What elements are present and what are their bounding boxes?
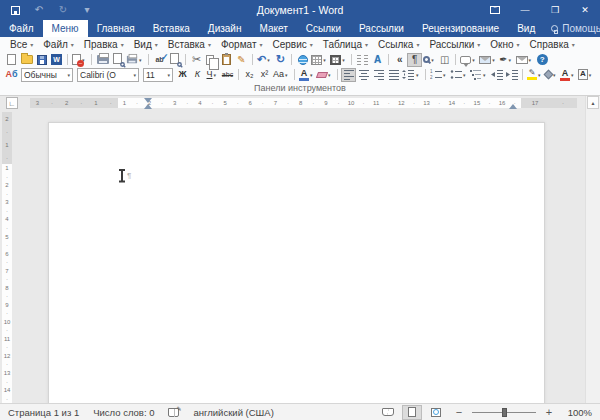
line-spacing-button[interactable]: ▾ (401, 68, 422, 82)
hanging-indent-marker[interactable] (144, 104, 152, 109)
read-mode-button[interactable] (378, 405, 398, 420)
multilevel-list-button[interactable]: ▾ (469, 68, 489, 82)
justify-button[interactable] (386, 68, 401, 82)
format-painter-button[interactable]: ✎ (234, 53, 249, 67)
menu-mailings[interactable]: Рассылки▾ (424, 39, 485, 50)
decrease-indent-button[interactable] (489, 68, 504, 82)
superscript-button[interactable]: x² (257, 68, 272, 82)
spelling-button[interactable]: ab (152, 53, 167, 67)
tab-help[interactable]: Помощь (544, 20, 600, 37)
style-combo[interactable]: Обычны▾ (21, 68, 73, 82)
shading-button[interactable]: ▾ (544, 68, 559, 82)
print-button[interactable] (95, 53, 110, 67)
show-formatting-marks-button[interactable]: ¶ (407, 53, 422, 67)
italic-button[interactable]: К (190, 68, 205, 82)
menu-tools[interactable]: Сервис▾ (268, 39, 318, 50)
menu-insert[interactable]: Вставка▾ (163, 39, 216, 50)
right-indent-marker[interactable] (509, 104, 517, 109)
tab-menu[interactable]: Меню (43, 20, 88, 37)
vertical-scrollbar[interactable]: ▲ (585, 96, 600, 403)
insert-symbol-button[interactable]: « (392, 53, 407, 67)
cut-button[interactable]: ✂ (189, 53, 204, 67)
menu-edit[interactable]: Правка▾ (79, 39, 129, 50)
undo-button[interactable]: ↶▾ (256, 53, 273, 67)
font-size-combo[interactable]: 11▾ (143, 68, 173, 82)
horizontal-ruler[interactable]: 3·2·1· 1·2·3·4·5·6·7·8·9·10·11·12·13·14·… (30, 98, 577, 108)
document-map-button[interactable]: ◫ (437, 53, 452, 67)
word-count[interactable]: Число слов: 0 (93, 407, 154, 418)
tab-layout[interactable]: Макет (250, 20, 296, 37)
numbering-button[interactable]: 12▾ (429, 68, 449, 82)
tab-home[interactable]: Главная (88, 20, 144, 37)
text-highlight-button[interactable]: ✎▾ (526, 68, 544, 82)
strikethrough-button[interactable]: abc (220, 68, 235, 82)
table-borders-button[interactable]: ▾ (329, 53, 348, 67)
minimize-button[interactable]: — (510, 0, 540, 20)
increase-indent-button[interactable] (504, 68, 519, 82)
clear-formatting-button[interactable]: ▾ (316, 68, 334, 82)
menu-table[interactable]: Таблица▾ (318, 39, 373, 50)
underline-button[interactable]: Ч▾ (205, 68, 220, 82)
close-button[interactable]: ✕ (570, 0, 600, 20)
menu-help[interactable]: Справка▾ (525, 39, 580, 50)
tab-review[interactable]: Рецензирование (413, 20, 508, 37)
customize-quick-access-button[interactable]: ▾ (80, 3, 94, 17)
find-button[interactable] (167, 53, 182, 67)
save-button[interactable] (8, 3, 22, 17)
menu-window[interactable]: Окно▾ (485, 39, 524, 50)
tab-stop-selector[interactable]: ∟ (6, 97, 18, 109)
insert-table-button[interactable]: ▾ (310, 53, 329, 67)
bold-button[interactable]: Ж (175, 68, 190, 82)
zoom-level[interactable]: 100% (562, 407, 592, 418)
font-color-button[interactable]: А▾ (559, 68, 577, 82)
save-as-button[interactable]: W (49, 53, 64, 67)
print-preview-button[interactable] (110, 53, 125, 67)
hyperlink-button[interactable] (295, 53, 310, 67)
insert-comment-button[interactable]: ▾ (459, 53, 478, 67)
close-document-button[interactable]: ▾ (71, 53, 88, 67)
tab-view[interactable]: Вид (508, 20, 544, 37)
save-button[interactable] (34, 53, 49, 67)
menu-format[interactable]: Формат▾ (216, 39, 268, 50)
align-center-button[interactable] (356, 68, 371, 82)
zoom-out-button[interactable]: − (454, 406, 464, 418)
proofing-icon[interactable] (168, 408, 179, 417)
ribbon-display-options-button[interactable]: ⌃ (480, 0, 510, 20)
zoom-in-button[interactable]: + (544, 406, 554, 418)
bullets-button[interactable]: ▾ (449, 68, 469, 82)
page-indicator[interactable]: Страница 1 из 1 (8, 407, 79, 418)
tab-insert[interactable]: Вставка (144, 20, 199, 37)
vertical-ruler[interactable]: 2·1· 1·2·3·4·5·6·7·8·9·10·11·12·13·14· (2, 112, 12, 403)
align-right-button[interactable] (371, 68, 386, 82)
redo-button[interactable]: ↻ (56, 3, 70, 17)
character-border-button[interactable]: А▾ (577, 68, 595, 82)
scroll-up-button[interactable]: ▲ (587, 96, 599, 109)
undo-button[interactable]: ↶ (32, 3, 46, 17)
subscript-button[interactable]: x₂ (242, 68, 257, 82)
send-mail-button[interactable]: ▾ (515, 53, 535, 67)
tab-file[interactable]: Файл (0, 20, 43, 37)
document-page[interactable]: ¶ (48, 122, 545, 403)
zoom-slider[interactable] (472, 405, 536, 420)
copy-button[interactable] (204, 53, 219, 67)
new-document-button[interactable] (4, 53, 19, 67)
menu-link[interactable]: Ссылка▾ (373, 39, 424, 50)
tab-mailings[interactable]: Рассылки (350, 20, 413, 37)
columns-button[interactable] (355, 53, 370, 67)
paste-button[interactable] (219, 53, 234, 67)
redo-button[interactable]: ↻ (273, 53, 288, 67)
tab-references[interactable]: Ссылки (297, 20, 350, 37)
font-combo[interactable]: Calibri (О▾ (77, 68, 139, 82)
restore-button[interactable]: ❒ (540, 0, 570, 20)
signature-button[interactable]: ✒▾ (498, 53, 514, 67)
zoom-slider-thumb[interactable] (502, 408, 507, 417)
zoom-button[interactable]: ▾ (422, 53, 437, 67)
web-layout-button[interactable] (426, 405, 446, 420)
menu-view[interactable]: Вид▾ (129, 39, 163, 50)
print-options-button[interactable]: ▾ (125, 53, 145, 67)
first-line-indent-marker[interactable] (144, 98, 152, 103)
wordart-button[interactable]: А (370, 53, 385, 67)
menu-file[interactable]: Файл▾ (38, 39, 79, 50)
open-button[interactable] (19, 53, 34, 67)
print-layout-button[interactable] (402, 405, 422, 420)
